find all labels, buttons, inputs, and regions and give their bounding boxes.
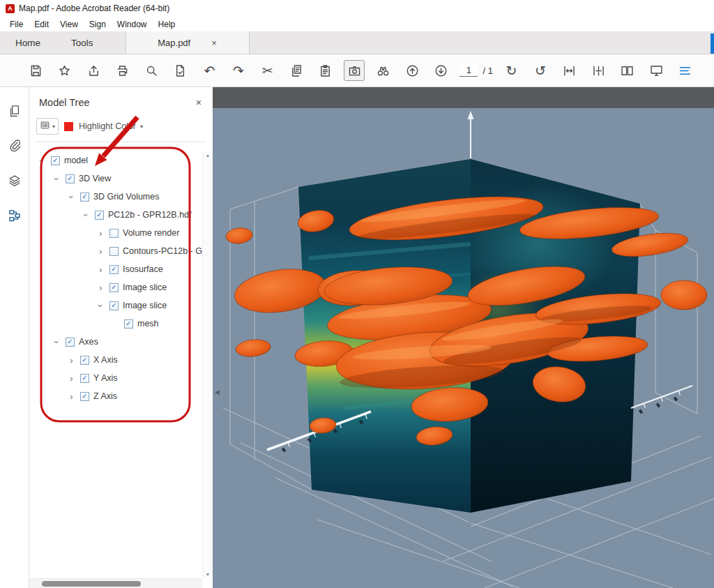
- visibility-checkbox[interactable]: ✓: [80, 356, 89, 365]
- chevron-right-icon[interactable]: ›: [96, 264, 105, 275]
- scrollbar-thumb[interactable]: [42, 581, 141, 587]
- menu-help[interactable]: Help: [153, 20, 181, 29]
- menu-icon: [678, 63, 692, 78]
- tree-item-volume-render[interactable]: ›Volume render: [29, 224, 202, 242]
- tree-item-x-axis[interactable]: ›✓X Axis: [29, 351, 202, 369]
- page-up-button[interactable]: [402, 60, 423, 81]
- visibility-checkbox[interactable]: ✓: [109, 265, 119, 274]
- tree-item-isosurface[interactable]: ›✓Isosurface: [29, 260, 202, 278]
- cut-button[interactable]: ✂: [257, 60, 278, 81]
- tree-item-label: Image slice: [123, 301, 167, 310]
- fit-split-button[interactable]: [588, 60, 609, 81]
- tree-item-3d-grid-volumes[interactable]: ›✓3D Grid Volumes: [29, 188, 202, 206]
- star-button[interactable]: [54, 60, 75, 81]
- zoom-button[interactable]: [141, 60, 162, 81]
- menu-edit[interactable]: Edit: [29, 20, 54, 29]
- tree-item-y-axis[interactable]: ›✓Y Axis: [29, 369, 202, 387]
- chevron-down-icon[interactable]: ›: [96, 301, 106, 310]
- tree-item-contours-pc12b-gpr1[interactable]: ›Contours-PC12b - GPR1: [29, 242, 202, 260]
- save-button[interactable]: [25, 60, 46, 81]
- sidebar-item-model-tree[interactable]: [6, 207, 24, 225]
- tree-options-button[interactable]: ▾: [36, 118, 59, 135]
- tree-item-label: PC12b - GPR12B.hdf: [108, 210, 192, 220]
- visibility-checkbox[interactable]: ✓: [80, 374, 89, 383]
- tab-document[interactable]: Map.pdf ×: [126, 31, 250, 54]
- page-number-input[interactable]: 1: [459, 64, 478, 77]
- chevron-down-icon[interactable]: ›: [81, 211, 91, 220]
- menu-button[interactable]: [675, 60, 696, 81]
- horizontal-scrollbar[interactable]: [29, 578, 202, 588]
- page-down-button[interactable]: [431, 60, 452, 81]
- chevron-right-icon[interactable]: ›: [96, 282, 105, 293]
- rotate-ccw-button[interactable]: ↺: [530, 60, 551, 81]
- clipboard-icon: [318, 63, 333, 78]
- page-down-icon: [434, 63, 448, 78]
- visibility-checkbox[interactable]: [109, 229, 119, 238]
- rotate-cw-button[interactable]: ↻: [501, 60, 522, 81]
- chevron-right-icon[interactable]: ›: [67, 391, 76, 402]
- copy-button[interactable]: [286, 60, 307, 81]
- tree-item-image-slice[interactable]: ›✓Image slice: [29, 296, 202, 315]
- chevron-right-icon[interactable]: ›: [67, 355, 76, 365]
- panel-collapse-icon[interactable]: ◄: [213, 389, 221, 396]
- chevron-right-icon[interactable]: ›: [67, 373, 76, 384]
- menu-file[interactable]: File: [4, 20, 29, 29]
- undo-button[interactable]: ↶: [199, 60, 220, 81]
- find-button[interactable]: [373, 60, 394, 81]
- tree-item-3d-view[interactable]: ›✓3D View: [29, 169, 202, 188]
- vertical-scrollbar[interactable]: ▲ ▼: [202, 151, 213, 578]
- document-viewer[interactable]: ◄: [213, 87, 714, 588]
- page-total-label: / 1: [483, 66, 492, 76]
- visibility-checkbox[interactable]: ✓: [80, 392, 89, 401]
- visibility-checkbox[interactable]: ✓: [80, 193, 89, 202]
- panel-title: Model Tree: [39, 97, 90, 108]
- visibility-checkbox[interactable]: ✓: [51, 156, 60, 165]
- sidebar-item-page-thumbnails[interactable]: [6, 103, 24, 121]
- tab-home[interactable]: Home: [0, 31, 56, 54]
- visibility-checkbox[interactable]: ✓: [66, 338, 75, 347]
- 3d-scene[interactable]: [213, 108, 714, 588]
- window-titlebar: A Map.pdf - Adobe Acrobat Reader (64-bit…: [0, 0, 714, 17]
- tree-item-mesh[interactable]: ✓mesh: [29, 315, 202, 333]
- print-button[interactable]: [112, 60, 133, 81]
- menu-view[interactable]: View: [54, 20, 84, 29]
- visibility-checkbox[interactable]: ✓: [66, 174, 75, 183]
- tree-item-model[interactable]: ›✓model: [29, 151, 202, 169]
- highlight-color-swatch[interactable]: [64, 122, 73, 131]
- close-icon[interactable]: ×: [196, 97, 202, 108]
- close-icon[interactable]: ×: [211, 38, 217, 48]
- tree-item-axes[interactable]: ›✓Axes: [29, 333, 202, 351]
- redo-button[interactable]: ↷: [228, 60, 249, 81]
- fit-width-button[interactable]: [559, 60, 580, 81]
- tab-tools[interactable]: Tools: [56, 31, 109, 54]
- rotate-cw-icon: ↻: [506, 64, 517, 77]
- menu-window[interactable]: Window: [112, 20, 153, 29]
- visibility-checkbox[interactable]: ✓: [124, 319, 133, 329]
- sidebar-item-attachments[interactable]: [6, 137, 24, 156]
- sidebar-item-layers[interactable]: [6, 172, 24, 190]
- visibility-checkbox[interactable]: ✓: [95, 211, 104, 220]
- chevron-down-icon[interactable]: ›: [52, 338, 62, 347]
- clipboard-button[interactable]: [315, 60, 336, 81]
- chevron-down-icon[interactable]: ›: [52, 174, 62, 183]
- two-page-button[interactable]: [617, 60, 638, 81]
- fullscreen-button[interactable]: [646, 60, 667, 81]
- snapshot-button[interactable]: [344, 60, 365, 81]
- chevron-right-icon[interactable]: ›: [96, 228, 105, 239]
- visibility-checkbox[interactable]: ✓: [109, 301, 119, 310]
- scroll-down-icon[interactable]: ▼: [206, 572, 211, 577]
- tree-item-image-slice[interactable]: ›✓Image slice: [29, 278, 202, 296]
- highlight-color-button[interactable]: Highlight Color ▾: [79, 121, 143, 131]
- 3d-toolbar: [213, 87, 714, 108]
- tree-item-z-axis[interactable]: ›✓Z Axis: [29, 387, 202, 405]
- menu-sign[interactable]: Sign: [84, 20, 112, 29]
- visibility-checkbox[interactable]: [109, 247, 119, 256]
- chevron-down-icon[interactable]: ›: [37, 156, 47, 165]
- chevron-down-icon[interactable]: ›: [66, 193, 77, 202]
- scroll-up-icon[interactable]: ▲: [206, 153, 211, 158]
- share-button[interactable]: [83, 60, 104, 81]
- visibility-checkbox[interactable]: ✓: [109, 283, 119, 292]
- export-button[interactable]: [170, 60, 191, 81]
- tree-item-pc12b-gpr12b-hdf[interactable]: ›✓PC12b - GPR12B.hdf: [29, 206, 202, 224]
- chevron-right-icon[interactable]: ›: [96, 246, 105, 257]
